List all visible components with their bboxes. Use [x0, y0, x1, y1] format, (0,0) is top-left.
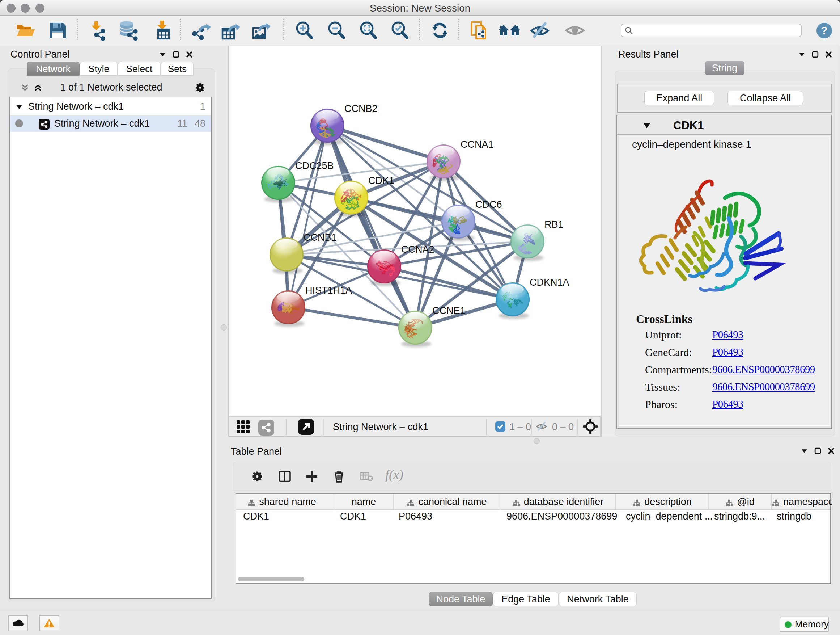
svg-text:CCNA1: CCNA1	[461, 139, 494, 150]
svg-text:CCNE1: CCNE1	[432, 305, 466, 316]
svg-text:CCNA2: CCNA2	[401, 244, 434, 255]
svg-text:CDC6: CDC6	[475, 199, 502, 210]
svg-text:CDC25B: CDC25B	[295, 160, 334, 171]
svg-text:RB1: RB1	[545, 219, 564, 230]
svg-text:CCNB2: CCNB2	[344, 103, 378, 114]
svg-text:CCNB1: CCNB1	[303, 232, 337, 243]
svg-text:CDKN1A: CDKN1A	[530, 277, 569, 288]
svg-text:HIST1H1A: HIST1H1A	[305, 285, 352, 296]
svg-text:CDK1: CDK1	[368, 175, 394, 186]
